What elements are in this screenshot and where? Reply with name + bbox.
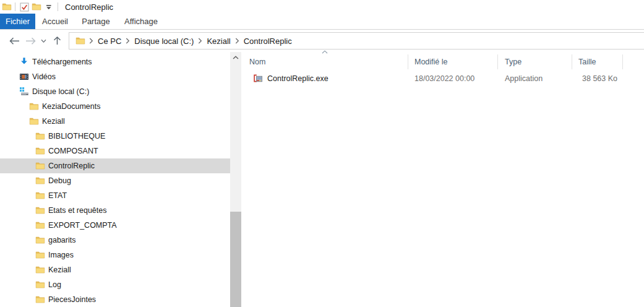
folder-icon [35,161,45,171]
tree-item-label: Keziall [42,117,65,126]
drive-icon [19,87,29,97]
tree-item-label: Téléchargements [32,58,92,66]
tree-item-label: Vidéos [32,72,56,81]
tab-affichage[interactable]: Affichage [121,14,161,29]
sidebar-item-controlreplic[interactable]: ControlReplic [0,158,230,173]
sidebar-item-etat[interactable]: ETAT [0,188,230,203]
breadcrumb-segment-disque-local-c[interactable]: Disque local (C:) [132,37,195,46]
tree-item-label: ETAT [48,191,67,200]
video-icon [19,72,29,82]
list-header: Nom Modifié le Type Taille [241,52,644,69]
sidebar-item-keziall[interactable]: Keziall [0,114,230,129]
download-icon [19,57,29,67]
folder-icon [28,116,39,127]
navigation-pane: Téléchargements Vidéos Disque local (C:)… [0,52,230,307]
sort-ascending-icon [241,50,408,54]
folder-icon [35,280,45,290]
tree-item-label: Log [48,280,61,289]
tree-item-label: EXPORT_COMPTA [48,221,117,230]
tree-item-label: Images [48,251,74,259]
tree-item-label: Keziall [48,266,71,274]
tree-item-label: KeziaDocuments [42,102,101,111]
sidebar-item-debug[interactable]: Debug [0,173,230,188]
column-header-nom[interactable]: Nom [241,54,408,69]
properties-check-icon [19,1,30,12]
file-name-cell: ControlReplic.exe [241,74,408,84]
sidebar-item-keziall[interactable]: Keziall [0,262,230,277]
sidebar-item-composant[interactable]: COMPOSANT [0,144,230,158]
title-bar: ControlReplic [0,0,644,14]
tree-item-label: BIBLIOTHEQUE [48,132,105,141]
recent-locations-button[interactable] [39,33,48,48]
file-row-controlreplic-exe[interactable]: ControlReplic.exe 18/03/2022 00:00 Appli… [241,72,644,85]
new-folder-button[interactable] [30,1,43,13]
tree-item-label: Disque local (C:) [32,87,89,96]
scrollbar-thumb[interactable] [230,212,241,307]
sidebar-item-export-compta[interactable]: EXPORT_COMPTA [0,218,230,233]
sidebar-item-videos[interactable]: Vidéos [0,69,230,84]
breadcrumb: Ce PCDisque local (C:)KeziallControlRepl… [87,33,294,49]
scrollbar-up-icon[interactable] [230,52,241,63]
folder-icon [35,176,45,186]
file-type-cell: Application [498,74,572,83]
customize-quick-access-button[interactable] [43,1,55,13]
window-title: ControlReplic [65,2,113,12]
sidebar-item-disque-local-c[interactable]: Disque local (C:) [0,84,230,99]
folder-icon [35,146,45,157]
breadcrumb-chevron-icon[interactable] [233,33,242,49]
file-rows: ControlReplic.exe 18/03/2022 00:00 Appli… [241,72,644,85]
tab-accueil[interactable]: Accueil [38,14,72,29]
properties-button[interactable] [18,1,30,13]
column-header-taille[interactable]: Taille [572,54,623,69]
tab-partage[interactable]: Partage [79,14,113,29]
tab-fichier[interactable]: Fichier [0,14,35,29]
folder-icon [35,250,45,261]
tree-item-label: gabarits [48,236,75,244]
sidebar-item-gabarits[interactable]: gabarits [0,233,230,248]
column-header-modifie-le[interactable]: Modifié le [408,54,498,69]
new-folder-icon [31,1,42,12]
file-name: ControlReplic.exe [267,74,328,83]
address-bar[interactable]: Ce PCDisque local (C:)KeziallControlRepl… [69,32,644,50]
forward-button[interactable] [24,33,36,48]
application-icon [252,74,263,84]
sidebar-item-etats-et-requetes[interactable]: Etats et requêtes [0,203,230,218]
folder-icon [35,295,45,305]
folder-icon [35,265,45,275]
breadcrumb-chevron-icon[interactable] [195,33,205,49]
file-explorer-window: ControlReplic Fichier Accueil Partage Af… [0,0,644,307]
folder-icon [35,131,45,142]
file-size-cell: 38 563 Ko [572,74,623,83]
sidebar-item-log[interactable]: Log [0,277,230,292]
sidebar-item-bibliotheque[interactable]: BIBLIOTHEQUE [0,129,230,144]
sidebar-scrollbar[interactable] [230,52,241,307]
folder-icon [28,102,39,112]
folder-icon [35,191,45,201]
up-button[interactable] [51,33,62,48]
sidebar-item-telechargements[interactable]: Téléchargements [0,54,230,69]
tree-item-label: COMPOSANT [48,147,98,155]
tree-item-label: Etats et requêtes [48,206,107,215]
titlebar-separator [58,2,58,11]
sidebar-item-images[interactable]: Images [0,248,230,262]
qat-caret-icon [43,1,54,12]
file-modified-cell: 18/03/2022 00:00 [408,74,498,83]
folder-icon [35,235,45,246]
breadcrumb-chevron-icon[interactable] [123,33,132,49]
breadcrumb-chevron-icon[interactable] [87,33,96,49]
tree-item-label: PiecesJointes [48,295,96,304]
folder-icon [35,220,45,231]
breadcrumb-segment-ce-pc[interactable]: Ce PC [96,37,123,46]
navigation-bar: Ce PCDisque local (C:)KeziallControlRepl… [0,30,644,52]
ribbon-tabs: Fichier Accueil Partage Affichage [0,14,644,30]
folder-icon [35,205,45,216]
back-button[interactable] [8,33,20,48]
tree-item-label: Debug [48,176,71,185]
window-folder-icon[interactable] [1,1,12,12]
sidebar-item-keziadocuments[interactable]: KeziaDocuments [0,99,230,114]
sidebar-item-piecesjointes[interactable]: PiecesJointes [0,292,230,307]
breadcrumb-segment-controlreplic[interactable]: ControlReplic [242,37,294,46]
breadcrumb-segment-keziall[interactable]: Keziall [205,37,232,46]
file-list-pane: Nom Modifié le Type Taille ControlReplic… [241,52,644,307]
column-header-type[interactable]: Type [498,54,572,69]
